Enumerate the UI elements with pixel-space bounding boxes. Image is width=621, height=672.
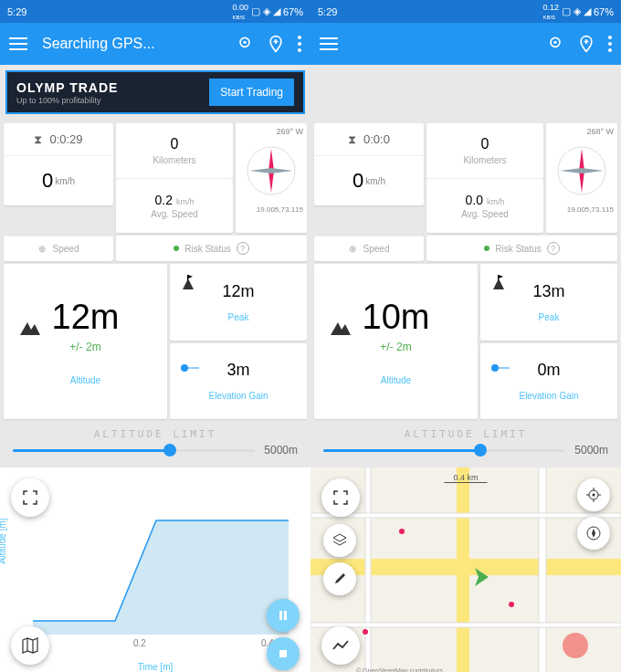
status-bar: 5:29 0.00KB/S ▢ ◈ ◢ 67% (0, 0, 310, 23)
altitude-limit-label: ALTITUDE LIMIT (4, 428, 307, 440)
battery-text: 67% (594, 6, 614, 17)
mountain-icon (20, 320, 40, 339)
pin-icon (181, 360, 199, 376)
timer-speed-card: ⧗0:0:0 0km/h (314, 123, 424, 205)
compass-card: 269° W 19.005,73.115 (236, 123, 307, 233)
svg-point-39 (509, 602, 514, 607)
speed-value: 0 (353, 169, 363, 193)
wifi-icon: ◈ (263, 5, 270, 17)
altitude-limit-slider[interactable] (13, 449, 255, 452)
compass-icon (244, 143, 299, 198)
gain-card: 0m Elevation Gain (480, 343, 617, 420)
app-bar: Searching GPS... (0, 23, 310, 65)
hourglass-icon: ⧗ (34, 132, 42, 147)
svg-marker-23 (560, 168, 604, 173)
slider-max: 5000m (264, 444, 298, 457)
flag-peak-icon (181, 275, 195, 293)
timer-value: 0:0:29 (49, 132, 82, 146)
signal-icon: ◢ (584, 5, 591, 17)
altitude-value: 12m (52, 298, 120, 337)
svg-point-43 (593, 494, 595, 497)
svg-point-1 (243, 41, 246, 44)
map-view[interactable]: 0.4 km © OpenStreetMap contributors (310, 467, 621, 672)
bearing-text: 269° W (239, 127, 303, 136)
help-icon[interactable]: ? (547, 242, 560, 255)
svg-marker-24 (331, 322, 351, 335)
gain-card: 3m Elevation Gain (170, 343, 307, 420)
ad-cta-button[interactable]: Start Trading (209, 79, 294, 106)
clock: 5:29 (7, 6, 26, 17)
map-attribution: © OpenStreetMap contributors (356, 667, 443, 672)
app-title: Searching GPS... (42, 36, 236, 52)
svg-marker-49 (592, 529, 595, 538)
svg-text:0.2: 0.2 (133, 638, 146, 648)
hourglass-icon: ⧗ (348, 132, 356, 147)
altitude-limit-label: ALTITUDE LIMIT (314, 428, 617, 440)
clock: 5:29 (318, 6, 337, 17)
svg-marker-8 (188, 275, 193, 278)
svg-rect-35 (310, 513, 621, 518)
distance-value: 0 (171, 136, 179, 152)
locate-button[interactable] (577, 478, 610, 511)
map-toggle-button[interactable] (11, 626, 49, 665)
altitude-limit-slider[interactable] (323, 449, 565, 452)
svg-rect-32 (457, 467, 469, 672)
globe-pin-icon[interactable] (236, 35, 254, 53)
battery-text: 67% (283, 6, 303, 17)
altitude-card: 12m +/- 2m Altitude (4, 264, 167, 419)
speed-value: 0 (42, 169, 53, 193)
nfc-icon: ▢ (562, 5, 571, 17)
svg-point-38 (399, 529, 405, 534)
menu-button[interactable] (9, 37, 27, 50)
risk-status[interactable]: Risk Status? (116, 236, 307, 261)
gain-value: 0m (537, 361, 560, 380)
wifi-small-icon: ⊕ (349, 244, 356, 254)
fullscreen-button[interactable] (11, 478, 49, 517)
edit-button[interactable] (323, 562, 356, 595)
peak-value: 13m (532, 282, 564, 301)
peak-card: 13m Peak (480, 264, 617, 341)
distance-value: 0 (481, 136, 489, 152)
app-bar (310, 23, 621, 65)
compass-button[interactable] (577, 517, 610, 550)
svg-rect-16 (279, 611, 282, 620)
peak-card: 12m Peak (170, 264, 307, 341)
fullscreen-button[interactable] (321, 478, 360, 517)
risk-status[interactable]: Risk Status? (426, 236, 617, 261)
altitude-accuracy: +/- 2m (69, 341, 100, 353)
svg-point-9 (181, 364, 188, 372)
coords-text: 19.005,73.115 (550, 205, 614, 214)
mountain-icon (331, 320, 351, 339)
wifi-icon: ◈ (574, 5, 581, 17)
compass-icon (554, 143, 609, 198)
svg-marker-4 (249, 168, 293, 173)
overflow-menu[interactable] (608, 36, 612, 52)
flag-peak-icon (491, 275, 506, 293)
chart-svg: 12 10 0.2 0.4 (24, 475, 298, 648)
pause-button[interactable] (267, 599, 300, 632)
chart-toggle-button[interactable] (321, 626, 360, 665)
timer-value: 0:0:0 (363, 132, 390, 146)
altitude-chart: Altitude [m] Time [m] 12 10 0.2 0.4 (0, 467, 310, 672)
menu-button[interactable] (320, 37, 338, 50)
wifi-small-icon: ⊕ (38, 244, 46, 254)
slider-max: 5000m (574, 444, 608, 457)
layers-button[interactable] (323, 524, 356, 557)
status-dot-icon (174, 246, 179, 251)
svg-marker-41 (333, 534, 346, 541)
screen-left: 5:29 0.00KB/S ▢ ◈ ◢ 67% Searching GPS...… (0, 0, 310, 672)
svg-rect-34 (365, 467, 371, 672)
help-icon[interactable]: ? (237, 242, 249, 255)
add-pin-icon[interactable] (577, 35, 595, 53)
svg-point-40 (363, 629, 368, 635)
stop-button[interactable] (267, 637, 300, 670)
svg-point-37 (563, 633, 588, 658)
ad-banner[interactable]: OLYMP TRADEUp to 100% profitability Star… (5, 70, 305, 114)
add-pin-icon[interactable] (267, 35, 285, 53)
gain-value: 3m (226, 361, 249, 380)
compass-card: 268° W 19.005,73.115 (546, 123, 617, 233)
status-bar: 5:29 0.12KB/S ▢ ◈ ◢ 67% (310, 0, 621, 23)
svg-rect-17 (284, 611, 287, 620)
globe-pin-icon[interactable] (546, 35, 564, 53)
overflow-menu[interactable] (298, 36, 301, 52)
